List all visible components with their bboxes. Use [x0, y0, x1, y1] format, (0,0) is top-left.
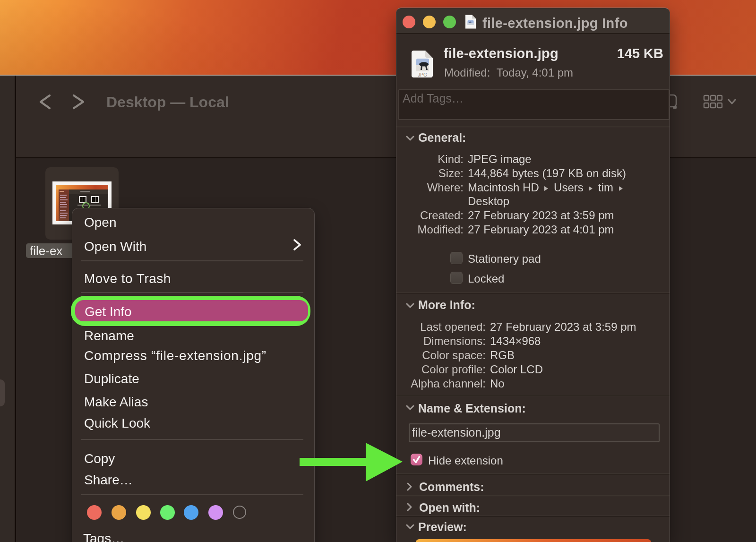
svg-text:JPG: JPG	[418, 72, 427, 77]
